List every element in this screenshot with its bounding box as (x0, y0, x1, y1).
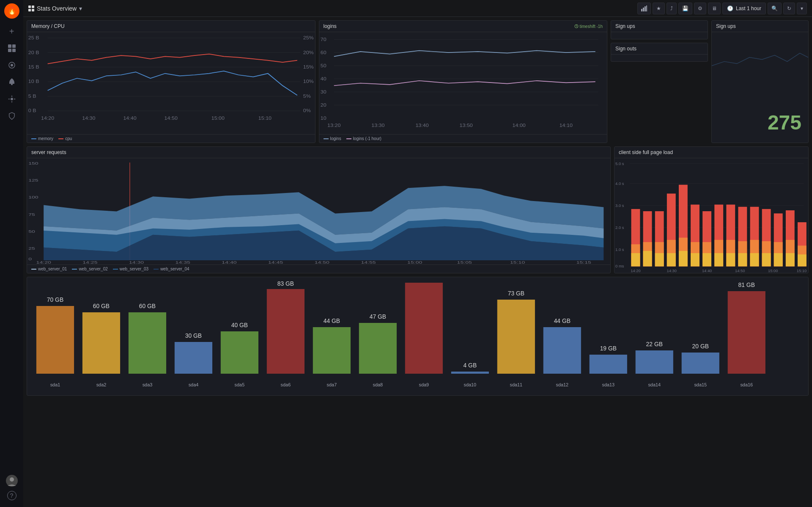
monitor-button[interactable]: 🖥 (708, 3, 721, 14)
refresh-button[interactable]: ↻ (783, 3, 795, 14)
svg-text:20: 20 (320, 103, 326, 107)
sidebar-item-alerts[interactable] (4, 74, 19, 90)
star-button[interactable]: ★ (653, 3, 665, 14)
svg-text:25%: 25% (303, 36, 314, 40)
legend-ws02: web_server_02 (72, 267, 107, 271)
time-range-picker[interactable]: 🕐 Last 1 hour (722, 3, 766, 14)
svg-rect-116 (221, 331, 258, 374)
bar-yellow-15 (798, 254, 807, 266)
disk-usage-panel: 70 GB sda1 60 GB sda2 60 GB sda3 30 GB s… (27, 277, 809, 396)
timeshift-label: timeshift -1h (580, 24, 603, 29)
signouts-sparkline (611, 55, 708, 61)
settings-button[interactable]: ⚙ (694, 3, 706, 14)
legend-ws01-color (31, 269, 36, 270)
sidebar-item-explore[interactable] (4, 58, 19, 73)
svg-text:15%: 15% (303, 65, 314, 69)
svg-text:83 GB: 83 GB (277, 281, 294, 287)
svg-text:14:25: 14:25 (82, 260, 98, 265)
svg-rect-13 (643, 8, 644, 11)
sidebar-item-config[interactable] (4, 91, 19, 107)
svg-rect-12 (641, 9, 642, 11)
svg-text:sda9: sda9 (419, 382, 429, 387)
server-requests-legend: web_server_01 web_server_02 web_server_0… (27, 265, 610, 273)
page-load-body: 5.0 s 4.0 s 3.0 s 2.0 s 1.0 s 0 ms (614, 158, 808, 273)
signouts-body: 279 (611, 55, 708, 61)
signups-header: Sign ups (712, 21, 808, 32)
svg-text:14:35: 14:35 (176, 260, 191, 265)
signups-body: 275 (611, 32, 708, 39)
svg-text:sda10: sda10 (464, 382, 477, 387)
svg-text:5 B: 5 B (28, 94, 36, 99)
svg-text:14:50: 14:50 (165, 116, 178, 121)
sidebar-item-shield[interactable] (4, 108, 19, 124)
chart-type-button[interactable] (637, 3, 651, 14)
share-button[interactable]: ⤴ (667, 3, 677, 14)
svg-rect-14 (645, 6, 646, 11)
svg-text:19 GB: 19 GB (600, 345, 617, 352)
legend-ws02-label: web_server_02 (79, 267, 107, 271)
search-button[interactable]: 🔍 (768, 3, 782, 14)
svg-text:15:00: 15:00 (211, 116, 225, 121)
svg-text:4.0 s: 4.0 s (615, 182, 624, 186)
user-avatar[interactable] (4, 473, 19, 488)
topbar: Stats Overview ▾ ★ ⤴ 💾 ⚙ 🖥 🕐 Last 1 hour… (23, 0, 812, 17)
logins-title: logins (324, 23, 337, 29)
svg-text:125: 125 (28, 178, 38, 183)
svg-text:0: 0 (28, 257, 32, 262)
logins-chart: 70 60 50 40 30 20 10 (319, 32, 607, 134)
svg-rect-143 (636, 350, 673, 374)
legend-ws02-color (72, 269, 77, 270)
svg-rect-125 (359, 323, 397, 374)
server-requests-panel: server requests 150 125 100 75 50 25 0 (27, 146, 611, 273)
svg-rect-131 (451, 372, 489, 374)
signups-panel: Sign ups 275 (711, 20, 809, 143)
svg-text:22 GB: 22 GB (646, 341, 663, 347)
svg-text:sda2: sda2 (96, 382, 107, 387)
legend-ws03: web_server_03 (113, 267, 148, 271)
timeshift-badge: timeshift -1h (574, 24, 603, 29)
sidebar: 🔥 + ? (0, 0, 23, 507)
svg-text:44 GB: 44 GB (554, 317, 571, 324)
bar-yellow-13 (774, 253, 783, 266)
legend-ws04: web_server_04 (154, 267, 189, 271)
svg-text:sda12: sda12 (556, 382, 568, 387)
legend-logins-1h-color (346, 138, 351, 139)
svg-text:81 GB: 81 GB (738, 281, 755, 288)
svg-text:0 B: 0 B (28, 108, 36, 113)
svg-rect-140 (590, 355, 627, 374)
logins-body: 70 60 50 40 30 20 10 (319, 32, 607, 134)
svg-text:14:20: 14:20 (41, 116, 54, 121)
sidebar-item-add[interactable]: + (4, 24, 19, 39)
svg-text:sda8: sda8 (373, 382, 383, 387)
more-button[interactable]: ▾ (797, 3, 807, 14)
svg-text:20%: 20% (303, 50, 314, 55)
svg-text:14:45: 14:45 (268, 260, 283, 265)
svg-rect-104 (36, 306, 74, 374)
row-2: server requests 150 125 100 75 50 25 0 (27, 146, 809, 273)
signups-title: Sign ups (716, 23, 736, 29)
save-button[interactable]: 💾 (678, 3, 692, 14)
help-icon[interactable]: ? (7, 491, 16, 500)
legend-ws03-label: web_server_03 (120, 267, 148, 271)
svg-text:10%: 10% (303, 79, 314, 84)
bar-yellow-9 (726, 253, 735, 266)
app-logo[interactable]: 🔥 (4, 3, 19, 19)
svg-line-42 (576, 26, 577, 27)
svg-rect-137 (543, 327, 581, 374)
svg-text:sda3: sda3 (143, 382, 153, 387)
svg-text:25 B: 25 B (28, 36, 39, 40)
svg-text:sda14: sda14 (648, 382, 661, 387)
svg-text:14:40: 14:40 (123, 116, 136, 121)
legend-memory-color (31, 138, 36, 139)
title-dropdown-arrow[interactable]: ▾ (79, 5, 82, 12)
legend-memory-label: memory (38, 136, 53, 141)
svg-rect-119 (267, 289, 304, 374)
sidebar-item-dashboard[interactable] (4, 41, 19, 56)
page-load-panel: client side full page load 5.0 s 4.0 s 3… (614, 146, 809, 273)
memory-cpu-title[interactable]: Memory / CPU (31, 23, 65, 29)
bar-yellow-8 (714, 253, 723, 266)
svg-text:15:10: 15:10 (510, 260, 525, 265)
svg-text:150: 150 (28, 161, 38, 166)
legend-logins-1h-label: logins (-1 hour) (353, 136, 381, 141)
svg-text:5.0 s: 5.0 s (615, 162, 624, 166)
